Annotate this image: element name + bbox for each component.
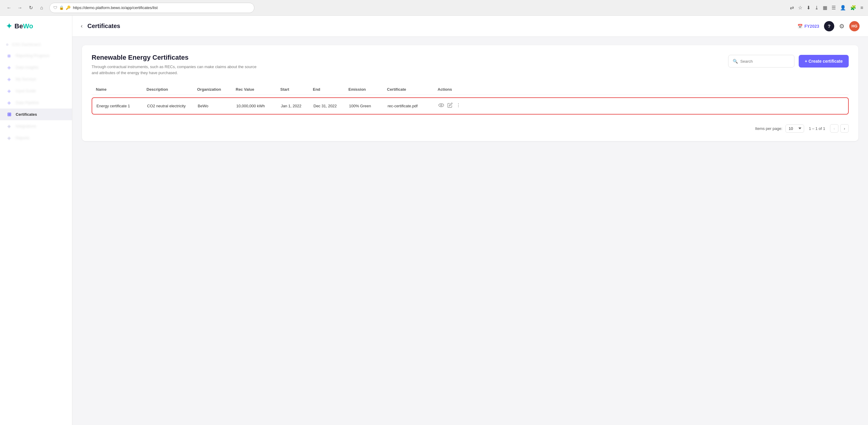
browser-chrome: ← → ↻ ⌂ 🛡 🔒 🔑 https://demo.platform.bewo… [0, 0, 868, 16]
home-button[interactable]: ⌂ [37, 4, 46, 12]
settings-button[interactable]: ⚙ [839, 23, 844, 30]
items-per-page: Items per page: 10 25 50 100 [755, 124, 804, 133]
back-nav-button[interactable]: ‹ [81, 23, 83, 29]
svg-point-1 [441, 104, 442, 106]
sidebar-label-integrations: Integrations [16, 124, 36, 128]
page-info: 1 – 1 of 1 [809, 126, 825, 131]
sidebar-item-esg-dashboard[interactable]: ESG Dashboard [0, 39, 72, 50]
fy-label: FY2023 [804, 24, 819, 29]
cell-rec-value: 10,000,000 kWh [236, 104, 278, 108]
address-bar-icons: 🛡 🔒 🔑 [53, 5, 70, 10]
help-label: ? [828, 24, 830, 29]
view-icon[interactable] [438, 102, 444, 110]
col-end: End [313, 87, 346, 92]
sidebar-item-reports[interactable]: ◈ Reports [0, 132, 72, 144]
sidebar-label-insights: Data Insights [16, 65, 38, 70]
browser-right-icons: ⇄ ☆ ⬇ ⤓ ▦ ☰ 👤 🧩 ≡ [790, 5, 863, 10]
user-initials: HG [851, 24, 858, 28]
logo-wo: Wo [23, 22, 33, 30]
page-main-title: Renewable Energy Certificates [92, 54, 721, 61]
translate-icon[interactable]: ⇄ [790, 5, 794, 10]
sidebar-item-certificates[interactable]: ⊞ Certificates [0, 109, 72, 120]
surveys-icon: ◈ [6, 76, 12, 82]
fy-badge[interactable]: 📅 FY2023 [798, 24, 819, 29]
lock-icon: 🔒 [59, 5, 64, 10]
insights-icon: ◈ [6, 64, 12, 70]
per-page-select[interactable]: 10 25 50 100 [785, 124, 804, 133]
page-header-row: Renewable Energy Certificates Through co… [92, 54, 849, 75]
create-certificate-button[interactable]: + Create certificate [799, 55, 849, 67]
cell-emission: 100% Green [349, 104, 385, 108]
sidebar-item-data-insights[interactable]: ◈ Data Insights [0, 61, 72, 73]
sidebar-item-reporting-progress[interactable]: ◉ Reporting Progress [0, 50, 72, 61]
col-organization: Organization [197, 87, 233, 92]
certificates-icon: ⊞ [6, 112, 12, 117]
reader-icon[interactable]: ☰ [832, 5, 836, 10]
download-icon[interactable]: ⤓ [815, 5, 818, 10]
page-title: Certificates [87, 23, 120, 30]
sidebar-item-integrations[interactable]: ◈ Integrations [0, 120, 72, 132]
col-emission: Emission [348, 87, 384, 92]
browser-nav-buttons: ← → ↻ ⌂ [5, 4, 46, 12]
forward-button[interactable]: → [16, 4, 24, 12]
extensions-icon[interactable]: 🧩 [850, 5, 856, 10]
table-header: Name Description Organization Rec Value … [92, 84, 849, 95]
sidebar: ✦ BeWo ESG Dashboard ◉ Reporting Progres… [0, 16, 72, 425]
profile-icon[interactable]: 👤 [840, 5, 846, 10]
col-actions: Actions [438, 87, 468, 92]
svg-point-3 [458, 105, 459, 105]
sidebar-label-pipeline: Data Pipeline [16, 100, 39, 105]
search-icon: 🔍 [733, 59, 738, 64]
sidebar-item-input-guide[interactable]: ◈ Input Guide [0, 85, 72, 97]
shield-icon: 🛡 [53, 5, 57, 10]
sidebar-label-esg: ESG Dashboard [12, 42, 41, 47]
sidebar-item-data-pipeline[interactable]: ◈ Data Pipeline [0, 97, 72, 109]
menu-icon[interactable]: ≡ [861, 5, 863, 10]
table-row: Energy certificate 1 CO2 neutral electri… [92, 97, 849, 115]
address-bar[interactable]: 🛡 🔒 🔑 https://demo.platform.bewo.io/app/… [50, 3, 254, 13]
next-page-button[interactable]: › [840, 124, 849, 133]
integrations-icon: ◈ [6, 123, 12, 129]
bookmark-icon[interactable]: ☆ [798, 5, 802, 10]
svg-point-0 [439, 104, 444, 107]
page-nav: ‹ › [830, 124, 849, 133]
user-avatar[interactable]: HG [849, 21, 860, 31]
logo-icon: ✦ [6, 22, 12, 30]
reload-button[interactable]: ↻ [27, 4, 35, 12]
search-box[interactable]: 🔍 [728, 55, 795, 67]
back-button[interactable]: ← [5, 4, 13, 12]
app-layout: ✦ BeWo ESG Dashboard ◉ Reporting Progres… [0, 16, 868, 425]
cell-end: Dec 31, 2022 [313, 104, 347, 108]
logo-be: Be [14, 22, 23, 30]
sidebar-label-certificates: Certificates [16, 112, 37, 117]
col-start: Start [280, 87, 310, 92]
pagination-row: Items per page: 10 25 50 100 1 – 1 of 1 … [92, 121, 849, 133]
more-actions-icon[interactable] [456, 102, 461, 110]
svg-point-4 [458, 107, 459, 107]
edit-icon[interactable] [447, 102, 453, 110]
sidebar-logo: ✦ BeWo [0, 16, 72, 37]
search-input[interactable] [740, 59, 790, 64]
col-certificate: Certificate [387, 87, 435, 92]
key-icon: 🔑 [66, 5, 70, 10]
help-button[interactable]: ? [824, 21, 834, 31]
sidebar-item-my-surveys[interactable]: ◈ My Surveys [0, 73, 72, 85]
sidebar-label-reporting: Reporting Progress [16, 53, 50, 58]
logo-text: BeWo [14, 22, 33, 30]
cell-description: CO2 neutral electricity [147, 104, 195, 108]
create-btn-label: + Create certificate [805, 59, 843, 64]
cell-actions [438, 102, 468, 110]
columns-icon[interactable]: ▦ [823, 5, 827, 10]
item-dot-esg [6, 43, 8, 46]
pipeline-icon: ◈ [6, 100, 12, 105]
pocket-icon[interactable]: ⬇ [807, 5, 810, 10]
row-actions [438, 102, 468, 110]
svg-point-2 [458, 103, 459, 104]
reports-icon: ◈ [6, 135, 12, 141]
url-text: https://demo.platform.bewo.io/app/certif… [73, 5, 158, 10]
main-content: ‹ Certificates 📅 FY2023 ? ⚙ HG Renewable [72, 16, 868, 425]
prev-page-button[interactable]: ‹ [830, 124, 838, 133]
guide-icon: ◈ [6, 88, 12, 94]
cell-certificate: rec-certificate.pdf [388, 104, 436, 108]
sidebar-label-guide: Input Guide [16, 89, 36, 93]
